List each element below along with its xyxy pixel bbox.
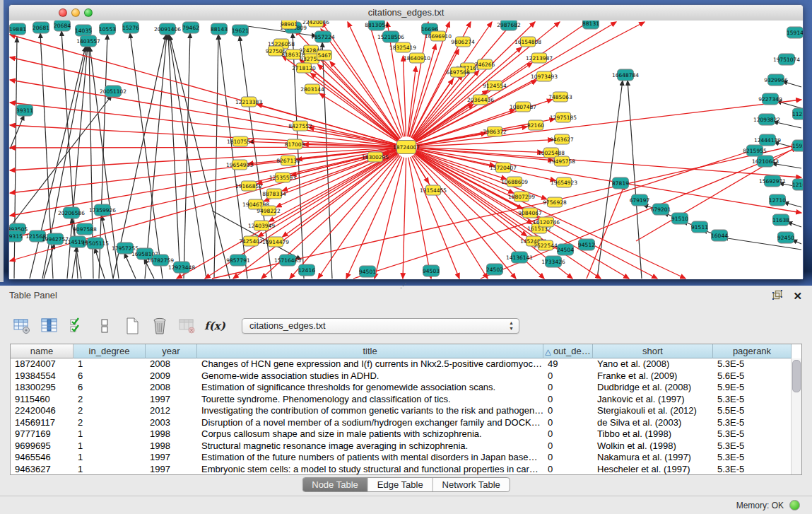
table-row[interactable]: 911546021997Tourette syndrome. Phenomeno… [11, 394, 801, 406]
table-row[interactable]: 946554611997Estimation of the future num… [11, 452, 801, 464]
column-header-year[interactable]: year [146, 344, 197, 358]
table-row[interactable]: 1938455462009Genome-wide association stu… [11, 370, 801, 382]
graph-node[interactable]: 10688609 [501, 177, 528, 187]
graph-node[interactable]: 9329966 [764, 74, 788, 86]
graph-node[interactable]: 18640910 [404, 53, 430, 63]
delete-column-icon[interactable] [149, 315, 170, 337]
graph-node[interactable]: 11235 [792, 108, 803, 119]
graph-node[interactable]: 12416 [298, 264, 315, 276]
graph-node[interactable]: 12535593 [269, 173, 296, 182]
graph-node[interactable]: 2803144 [300, 84, 324, 94]
graph-node[interactable]: 18724007 [393, 141, 420, 154]
graph-node[interactable]: 13154455 [420, 185, 447, 195]
graph-node[interactable]: 20684 [54, 21, 71, 31]
graph-node[interactable]: 7425402 [239, 236, 263, 246]
graph-node[interactable]: 87819 [612, 177, 629, 189]
graph-node[interactable]: 12213987 [526, 53, 553, 63]
graph-node[interactable]: 15218506 [377, 31, 404, 42]
graph-node[interactable]: 79462 [182, 22, 199, 33]
graph-node[interactable]: 16154808 [514, 37, 541, 47]
column-header-out_degree[interactable]: △ out_de… [543, 344, 593, 358]
graph-node[interactable]: 8427552 [288, 121, 312, 131]
graph-node[interactable]: 19654933 [226, 160, 253, 170]
graph-node[interactable]: 94512 [578, 239, 595, 250]
float-panel-icon[interactable] [772, 289, 783, 303]
graph-node[interactable]: 2987682 [497, 21, 521, 30]
graph-node[interactable]: 19654923 [551, 177, 577, 187]
graph-node[interactable]: 91510 [671, 213, 688, 224]
change-table-mode-icon[interactable] [11, 315, 33, 337]
graph-node[interactable]: 1403557 [76, 35, 100, 47]
graph-node[interactable]: 18325419 [389, 42, 416, 52]
graph-node[interactable]: 19881 [9, 23, 26, 35]
graph-node[interactable]: 8878334 [262, 189, 286, 199]
graph-node[interactable]: 19621 [232, 25, 249, 36]
graph-node[interactable]: 5467 [317, 50, 332, 60]
graph-node[interactable]: 19495758 [548, 156, 575, 166]
graph-node[interactable]: 7485063 [548, 92, 572, 102]
function-builder-icon[interactable]: f(x) [204, 315, 225, 337]
graph-node[interactable]: 9806274 [451, 37, 475, 47]
graph-node[interactable]: 12710 [769, 194, 786, 206]
graph-node[interactable]: 8215955 [743, 145, 767, 156]
graph-node[interactable]: 17359926 [89, 204, 116, 216]
tab-edge-table[interactable]: Edge Table [368, 478, 433, 491]
table-row[interactable]: 1830029562008Estimation of significance … [11, 382, 801, 394]
show-column-icon[interactable] [39, 315, 60, 337]
graph-node[interactable]: 88143 [211, 23, 228, 35]
graph-node[interactable]: 16044 [711, 230, 728, 241]
graph-node[interactable]: 9463627 [550, 134, 574, 144]
graph-node[interactable]: 15692971 [759, 175, 786, 187]
graph-node[interactable]: 18107554 [227, 136, 254, 146]
graph-node[interactable]: 92450 [777, 232, 794, 243]
graph-node[interactable]: 2718120 [292, 63, 316, 73]
graph-node[interactable]: 20206586 [58, 207, 85, 218]
table-row[interactable]: 946362711997Embryonic stem cells: a mode… [11, 464, 801, 476]
graph-node[interactable]: 679197 [630, 194, 650, 206]
splitter-grip-icon[interactable]: ⋰ [400, 282, 408, 289]
column-header-pagerank[interactable]: pagerank [713, 344, 792, 358]
graph-node[interactable]: 15716485 [274, 255, 301, 266]
graph-node[interactable]: 9498222 [257, 206, 281, 216]
select-columns-icon[interactable] [66, 315, 88, 337]
graph-node[interactable]: 39315 [9, 230, 23, 242]
graph-node[interactable]: 7986372 [483, 127, 507, 136]
graph-node[interactable]: 18807299 [508, 192, 535, 201]
graph-node[interactable]: 679201 [651, 204, 671, 215]
graph-node[interactable]: 94501 [359, 266, 376, 277]
graph-node[interactable]: 12444139 [754, 134, 781, 146]
vertical-scrollbar[interactable] [791, 358, 801, 474]
graph-node[interactable]: 82160 [527, 120, 544, 130]
table-row[interactable]: 969969511998Structural magnetic resonanc… [11, 440, 801, 452]
graph-node[interactable]: 14035 [75, 25, 92, 36]
column-header-short[interactable]: short [593, 344, 713, 358]
graph-node[interactable]: 9097588 [73, 223, 97, 235]
graph-node[interactable]: 12093822 [753, 114, 780, 125]
graph-node[interactable]: 98901 [281, 21, 298, 29]
graph-node[interactable]: 20091406 [154, 23, 181, 35]
graph-node[interactable]: 8813054 [365, 21, 389, 30]
graph-node[interactable]: 15914 [787, 27, 803, 38]
network-window-titlebar[interactable]: citations_edges.txt [9, 5, 803, 21]
graph-node[interactable]: 16914479 [262, 237, 289, 247]
graph-node[interactable]: 9227349 [758, 93, 782, 105]
zoom-window-button[interactable] [84, 8, 93, 17]
close-window-button[interactable] [59, 8, 67, 17]
table-selector-dropdown[interactable]: citations_edges.txt ▲ ▼ [242, 318, 519, 334]
table-row[interactable]: 977716911998Corpus callosum shape and si… [11, 428, 801, 440]
graph-node[interactable]: 20051102 [100, 86, 126, 97]
create-column-icon[interactable] [122, 315, 143, 337]
tab-network-table[interactable]: Network Table [433, 478, 510, 491]
graph-node[interactable]: 12103 [792, 179, 803, 190]
graph-node[interactable]: 24502 [486, 264, 503, 275]
column-header-in_degree[interactable]: in_degree [73, 344, 146, 358]
graph-node[interactable]: 14136141 [506, 252, 533, 263]
column-header-title[interactable]: title [197, 344, 543, 358]
graph-node[interactable]: 15958 [792, 140, 803, 151]
graph-node[interactable]: 8267130 [276, 156, 300, 165]
graph-node[interactable]: 817003 [285, 139, 305, 149]
graph-node[interactable]: 6497568 [446, 67, 470, 77]
graph-node[interactable]: 16696910 [425, 31, 452, 41]
graph-node[interactable]: 12975185 [550, 112, 577, 122]
table-row[interactable]: 2242004622012Investigating the contribut… [11, 405, 801, 417]
